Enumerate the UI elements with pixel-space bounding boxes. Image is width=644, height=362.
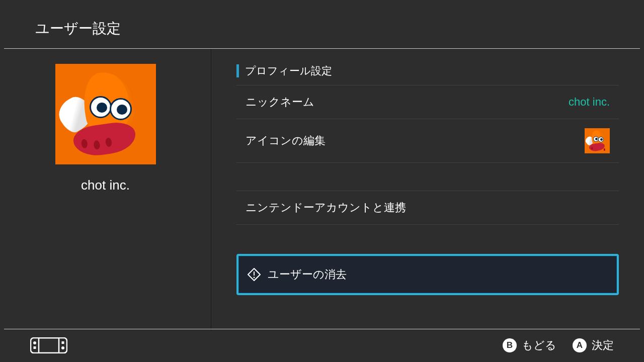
row-nickname[interactable]: ニックネーム chot inc. (236, 85, 619, 119)
section-header: プロフィール設定 (236, 64, 619, 78)
svg-rect-3 (39, 338, 59, 353)
svg-rect-7 (62, 341, 64, 344)
b-button-icon: B (503, 338, 517, 352)
page-title: ユーザー設定 (35, 19, 609, 38)
row-empty (236, 163, 619, 191)
hint-back-label: もどる (522, 338, 556, 353)
row-edit-icon[interactable]: アイコンの編集 (236, 119, 619, 163)
squid-icon (55, 64, 156, 164)
settings-panel: プロフィール設定 ニックネーム chot inc. アイコンの編集 ニンテンドー… (211, 49, 644, 330)
avatar-thumbnail (585, 128, 610, 153)
footer-left (30, 337, 67, 353)
row-delete-user[interactable]: ユーザーの消去 (236, 254, 619, 295)
edit-icon-label: アイコンの編集 (246, 133, 326, 148)
nickname-label: ニックネーム (246, 95, 314, 110)
header: ユーザー設定 (0, 0, 644, 48)
hint-ok-label: 決定 (592, 338, 614, 353)
svg-rect-2 (31, 338, 67, 353)
controller-icon (30, 337, 67, 353)
hint-back[interactable]: B もどる (503, 338, 556, 353)
section-title: プロフィール設定 (245, 64, 332, 78)
footer: B もどる A 決定 (0, 329, 644, 362)
user-panel: chot inc. (0, 49, 211, 330)
svg-point-1 (254, 277, 255, 279)
content: chot inc. プロフィール設定 ニックネーム chot inc. アイコン… (0, 49, 644, 330)
diamond-exclamation-icon (248, 268, 261, 281)
svg-point-4 (33, 341, 36, 344)
row-link-account[interactable]: ニンテンドーアカウントと連携 (236, 191, 619, 225)
footer-right: B もどる A 決定 (503, 338, 614, 353)
username-label: chot inc. (81, 177, 130, 193)
nickname-value: chot inc. (569, 96, 610, 109)
link-account-label: ニンテンドーアカウントと連携 (246, 200, 406, 215)
spacer (236, 225, 619, 254)
squid-icon (585, 128, 610, 153)
section-accent-bar (236, 64, 239, 77)
svg-rect-6 (34, 346, 36, 349)
a-button-icon: A (573, 338, 587, 352)
delete-user-label: ユーザーの消去 (268, 267, 347, 282)
svg-point-5 (61, 346, 64, 349)
divider (4, 329, 640, 329)
hint-ok[interactable]: A 決定 (573, 338, 614, 353)
avatar (55, 64, 156, 164)
